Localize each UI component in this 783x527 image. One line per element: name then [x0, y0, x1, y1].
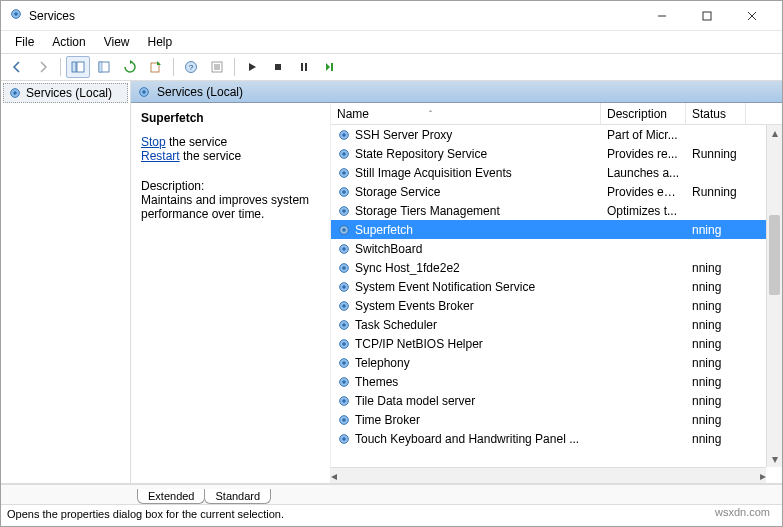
table-row[interactable]: Tile Data model servernning — [331, 391, 782, 410]
gear-icon — [337, 432, 351, 446]
scroll-thumb[interactable] — [769, 215, 780, 295]
right-body: Superfetch Stop the service Restart the … — [131, 103, 782, 483]
col-header-description[interactable]: Description — [601, 103, 686, 124]
table-row[interactable]: Telephonynning — [331, 353, 782, 372]
table-row[interactable]: Still Image Acquisition EventsLaunches a… — [331, 163, 782, 182]
horizontal-scrollbar[interactable]: ◂ ▸ — [331, 467, 766, 483]
service-name: Superfetch — [355, 223, 413, 237]
svg-point-40 — [342, 266, 346, 270]
svg-rect-3 — [703, 12, 711, 20]
table-row[interactable]: Superfetchnning — [331, 220, 782, 239]
gear-icon — [337, 147, 351, 161]
table-row[interactable]: State Repository ServiceProvides re...Ru… — [331, 144, 782, 163]
table-row[interactable]: SSH Server ProxyPart of Micr... — [331, 125, 782, 144]
gear-icon — [8, 86, 22, 100]
export-button[interactable] — [144, 56, 168, 78]
gear-icon — [337, 204, 351, 218]
svg-rect-7 — [77, 62, 84, 72]
table-row[interactable]: Storage Tiers ManagementOptimizes t... — [331, 201, 782, 220]
table-row[interactable]: Storage ServiceProvides en...Running — [331, 182, 782, 201]
service-name: TCP/IP NetBIOS Helper — [355, 337, 483, 351]
svg-point-58 — [342, 437, 346, 441]
properties-button[interactable] — [205, 56, 229, 78]
table-row[interactable]: Themesnning — [331, 372, 782, 391]
table-row[interactable]: Task Schedulernning — [331, 315, 782, 334]
refresh-button[interactable] — [118, 56, 142, 78]
menu-view[interactable]: View — [96, 33, 138, 51]
window-controls — [639, 4, 774, 28]
svg-point-32 — [342, 190, 346, 194]
view-tabs: Extended Standard — [1, 484, 782, 504]
restart-service-button[interactable] — [318, 56, 342, 78]
svg-point-46 — [342, 323, 346, 327]
forward-button[interactable] — [31, 56, 55, 78]
service-status: nning — [686, 223, 746, 237]
service-name: Tile Data model server — [355, 394, 475, 408]
menu-file[interactable]: File — [7, 33, 42, 51]
separator — [60, 58, 61, 76]
gear-icon — [337, 375, 351, 389]
start-service-button[interactable] — [240, 56, 264, 78]
tab-extended[interactable]: Extended — [137, 489, 205, 504]
table-row[interactable]: System Event Notification Servicenning — [331, 277, 782, 296]
col-header-name[interactable]: Nameˆ — [331, 103, 601, 124]
gear-icon — [137, 85, 151, 99]
gear-icon — [337, 280, 351, 294]
maximize-button[interactable] — [684, 4, 729, 28]
svg-point-50 — [342, 361, 346, 365]
table-row[interactable]: System Events Brokernning — [331, 296, 782, 315]
svg-rect-18 — [301, 63, 303, 71]
table-row[interactable]: TCP/IP NetBIOS Helpernning — [331, 334, 782, 353]
service-description: Part of Micr... — [601, 128, 686, 142]
svg-point-1 — [14, 12, 18, 16]
stop-link[interactable]: Stop — [141, 135, 166, 149]
service-status: Running — [686, 185, 746, 199]
show-hide-tree-button[interactable] — [66, 56, 90, 78]
details-header-title: Services (Local) — [157, 85, 243, 99]
export-list-button[interactable] — [92, 56, 116, 78]
restart-link[interactable]: Restart — [141, 149, 180, 163]
menu-help[interactable]: Help — [140, 33, 181, 51]
service-name: Themes — [355, 375, 398, 389]
svg-point-28 — [342, 152, 346, 156]
service-description: Provides en... — [601, 185, 686, 199]
service-status: nning — [686, 299, 746, 313]
titlebar: Services — [1, 1, 782, 31]
tree-item-services[interactable]: Services (Local) — [3, 83, 128, 103]
service-status: nning — [686, 432, 746, 446]
help-button[interactable]: ? — [179, 56, 203, 78]
scroll-up-icon[interactable]: ▴ — [767, 125, 782, 141]
stop-service-button[interactable] — [266, 56, 290, 78]
back-button[interactable] — [5, 56, 29, 78]
vertical-scrollbar[interactable]: ▴ ▾ — [766, 125, 782, 467]
table-row[interactable]: Touch Keyboard and Handwriting Panel ...… — [331, 429, 782, 448]
service-status: nning — [686, 318, 746, 332]
table-row[interactable]: SwitchBoard — [331, 239, 782, 258]
menu-action[interactable]: Action — [44, 33, 93, 51]
scroll-left-icon[interactable]: ◂ — [331, 468, 337, 484]
toolbar: ? — [1, 53, 782, 81]
sort-indicator-icon: ˆ — [429, 109, 432, 119]
service-name: Storage Tiers Management — [355, 204, 500, 218]
svg-point-34 — [342, 209, 346, 213]
scroll-right-icon[interactable]: ▸ — [760, 468, 766, 484]
close-button[interactable] — [729, 4, 774, 28]
svg-point-26 — [342, 133, 346, 137]
list-rows: SSH Server ProxyPart of Micr...State Rep… — [331, 125, 782, 483]
pause-service-button[interactable] — [292, 56, 316, 78]
gear-icon — [337, 261, 351, 275]
separator — [173, 58, 174, 76]
tab-standard[interactable]: Standard — [204, 489, 271, 504]
minimize-button[interactable] — [639, 4, 684, 28]
table-row[interactable]: Sync Host_1fde2e2nning — [331, 258, 782, 277]
service-description: Optimizes t... — [601, 204, 686, 218]
col-header-status[interactable]: Status — [686, 103, 746, 124]
svg-point-30 — [342, 171, 346, 175]
selected-service-name: Superfetch — [141, 111, 320, 125]
svg-point-22 — [13, 91, 17, 95]
service-description: Launches a... — [601, 166, 686, 180]
service-description: Provides re... — [601, 147, 686, 161]
svg-point-36 — [342, 228, 346, 232]
scroll-down-icon[interactable]: ▾ — [767, 451, 782, 467]
table-row[interactable]: Time Brokernning — [331, 410, 782, 429]
